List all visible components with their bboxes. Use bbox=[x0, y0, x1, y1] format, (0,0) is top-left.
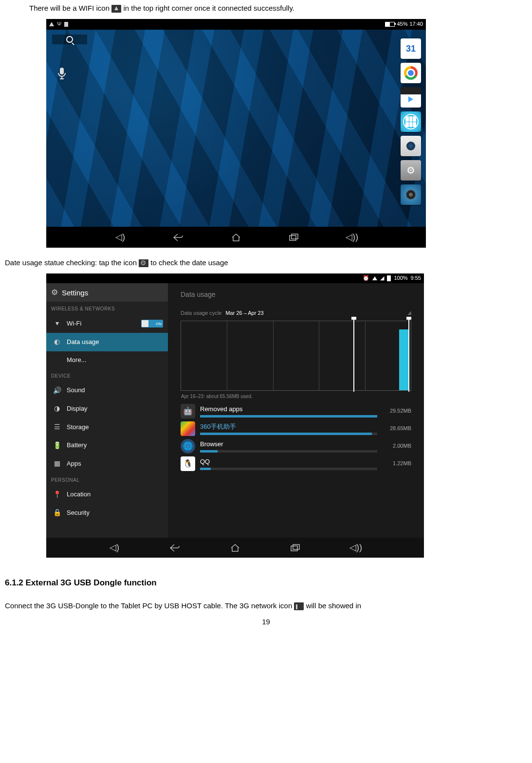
apps-item-icon: ▦ bbox=[53, 459, 61, 469]
app-name: 360手机助手 bbox=[200, 422, 377, 431]
search-icon bbox=[66, 36, 73, 43]
app-usage-bar bbox=[200, 433, 377, 435]
settings-main: Data usage Data usage cycle Mar 26 – Apr… bbox=[168, 283, 424, 538]
wifi-item-icon: ▾ bbox=[53, 319, 61, 328]
status-bar-2: ⏰ ◢ 100% 9:55 bbox=[46, 273, 424, 283]
volume-down-button[interactable]: ◁) bbox=[114, 233, 126, 242]
storage-item-icon: ☰ bbox=[53, 422, 61, 432]
section-heading: 6.1.2 External 3G USB Dongle function bbox=[5, 577, 527, 589]
sound-label: Sound bbox=[67, 386, 85, 395]
recent-apps-button-2[interactable] bbox=[290, 544, 301, 552]
sidebar-item-apps[interactable]: ▦ Apps bbox=[46, 454, 168, 473]
category-device: DEVICE bbox=[46, 369, 168, 382]
dropdown-icon: ◢ bbox=[407, 309, 411, 316]
data-usage-item-icon: ◐ bbox=[53, 337, 61, 347]
location-item-icon: 📍 bbox=[53, 490, 61, 500]
data-cycle-row[interactable]: Data usage cycle Mar 26 – Apr 23 ◢ bbox=[181, 309, 411, 317]
settings-title-row: ⚙ Settings bbox=[46, 283, 168, 302]
battery-label: Battery bbox=[67, 441, 87, 450]
page-number: 19 bbox=[5, 617, 527, 627]
camera-app-icon[interactable] bbox=[401, 136, 421, 156]
wifi-status-icon bbox=[49, 22, 54, 26]
mid-text-a: Date usage statue checking: tap the icon bbox=[5, 258, 139, 267]
category-wireless: WIRELESS & NETWORKS bbox=[46, 302, 168, 314]
back-button[interactable] bbox=[172, 233, 184, 242]
storage-label: Storage bbox=[67, 423, 89, 432]
calendar-app-icon[interactable]: 31 bbox=[401, 38, 421, 59]
main-header: Data usage bbox=[181, 290, 411, 300]
svg-rect-3 bbox=[291, 546, 297, 551]
usb-icon: Ψ bbox=[57, 20, 61, 28]
status-time-2: 9:55 bbox=[411, 274, 421, 282]
system-nav-bar-2: ◁) ◁)) bbox=[46, 538, 424, 558]
cycle-value: Mar 26 – Apr 23 bbox=[225, 309, 263, 317]
homescreen-screenshot: Ψ 45% 17:40 31 ⚙ ◁) bbox=[46, 19, 426, 248]
app-usage-row[interactable]: 🤖Removed apps29.52MB bbox=[181, 402, 411, 420]
data-usage-text: Date usage statue checking: tap the icon… bbox=[5, 257, 527, 268]
location-label: Location bbox=[67, 490, 91, 499]
app-usage-bar bbox=[200, 468, 377, 470]
intro-text-b: in the top right corner once it connecte… bbox=[123, 4, 294, 12]
volume-up-button-2[interactable]: ◁)) bbox=[350, 544, 362, 552]
battery-percent: 45% bbox=[397, 20, 407, 28]
home-desktop[interactable]: 31 ⚙ bbox=[46, 30, 426, 227]
usage-chart[interactable]: Apr 16–23: about 65.56MB used. bbox=[181, 321, 411, 391]
volume-up-button[interactable]: ◁)) bbox=[346, 233, 358, 242]
settings-sidebar: ⚙ Settings WIRELESS & NETWORKS ▾ Wi-Fi O… bbox=[46, 283, 168, 538]
sidebar-item-storage[interactable]: ☰ Storage bbox=[46, 418, 168, 436]
battery-icon-2 bbox=[387, 275, 391, 281]
chrome-app-icon[interactable] bbox=[401, 63, 421, 83]
video-app-icon[interactable] bbox=[401, 87, 421, 108]
intro-line: There will be a WIFI icon in the top rig… bbox=[29, 3, 527, 13]
app-usage-list: 🤖Removed apps29.52MB360手机助手28.65MB🌐Brows… bbox=[181, 402, 411, 472]
svg-rect-2 bbox=[292, 234, 298, 239]
more-label: More... bbox=[67, 356, 86, 364]
app-size: 2.00MB bbox=[382, 442, 411, 450]
battery-icon bbox=[385, 22, 395, 27]
app-usage-bar bbox=[200, 450, 377, 453]
search-widget[interactable] bbox=[52, 35, 87, 44]
mid-text-b: to check the date usage bbox=[150, 258, 228, 267]
security-label: Security bbox=[67, 509, 90, 517]
settings-screenshot: ⏰ ◢ 100% 9:55 ⚙ Settings WIRELESS & NETW… bbox=[46, 273, 424, 558]
home-button[interactable] bbox=[230, 233, 242, 242]
qq-icon: 🐧 bbox=[181, 456, 195, 471]
sidebar-item-display[interactable]: ◑ Display bbox=[46, 400, 168, 418]
wifi-toggle[interactable]: ON bbox=[141, 320, 163, 327]
voice-search-button[interactable] bbox=[52, 64, 72, 83]
sidebar-item-battery[interactable]: 🔋 Battery bbox=[46, 436, 168, 455]
settings-app-icon[interactable]: ⚙ bbox=[401, 160, 421, 181]
wifi-icon-2 bbox=[372, 276, 377, 280]
music-app-icon[interactable] bbox=[401, 184, 421, 205]
alarm-icon: ⏰ bbox=[363, 274, 369, 282]
sidebar-item-location[interactable]: 📍 Location bbox=[46, 486, 168, 504]
category-personal: PERSONAL bbox=[46, 473, 168, 486]
app-usage-row[interactable]: 360手机助手28.65MB bbox=[181, 420, 411, 437]
sound-item-icon: 🔊 bbox=[53, 386, 61, 396]
sidebar-item-more[interactable]: More... bbox=[46, 351, 168, 369]
app-size: 1.22MB bbox=[382, 460, 411, 467]
volume-down-button-2[interactable]: ◁) bbox=[109, 544, 120, 552]
app-drawer-icon[interactable] bbox=[401, 111, 421, 132]
svg-rect-1 bbox=[290, 236, 296, 240]
app-name: QQ bbox=[200, 457, 377, 466]
battery-percent-2: 100% bbox=[394, 274, 407, 282]
recent-apps-button[interactable] bbox=[288, 233, 300, 242]
app-usage-row[interactable]: 🐧QQ1.22MB bbox=[181, 455, 411, 472]
status-time: 17:40 bbox=[409, 20, 423, 28]
sidebar-item-wifi[interactable]: ▾ Wi-Fi ON bbox=[46, 314, 168, 333]
app-usage-bar bbox=[200, 415, 377, 418]
android-icon: 🤖 bbox=[181, 404, 195, 418]
cycle-label: Data usage cycle bbox=[181, 309, 221, 317]
sidebar-item-security[interactable]: 🔒 Security bbox=[46, 504, 168, 522]
back-button-2[interactable] bbox=[169, 544, 181, 552]
sidebar-item-sound[interactable]: 🔊 Sound bbox=[46, 382, 168, 400]
system-nav-bar: ◁) ◁)) bbox=[46, 227, 426, 248]
home-button-2[interactable] bbox=[229, 544, 241, 552]
intro-text-a: There will be a WIFI icon bbox=[29, 4, 111, 12]
app-usage-row[interactable]: 🌐Browser2.00MB bbox=[181, 437, 411, 455]
home-dock: 31 ⚙ bbox=[401, 38, 421, 205]
data-usage-label: Data usage bbox=[67, 338, 99, 346]
sidebar-item-data-usage[interactable]: ◐ Data usage bbox=[46, 333, 168, 351]
settings-title: Settings bbox=[62, 288, 88, 298]
